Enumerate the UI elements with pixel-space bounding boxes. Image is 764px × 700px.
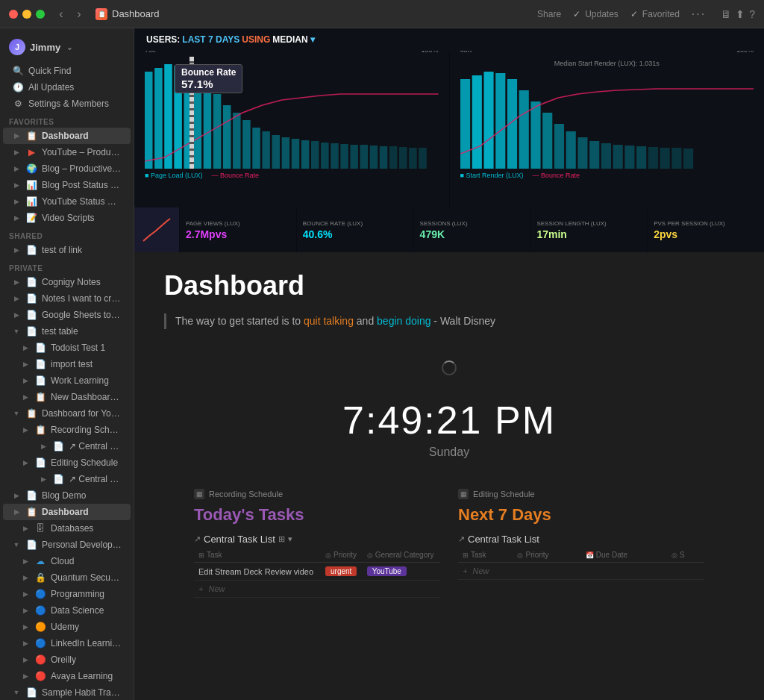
new-task-row[interactable]: + New <box>194 581 440 598</box>
expand-arrow-icon[interactable] <box>12 213 21 222</box>
sidebar-item-todoist[interactable]: 📄 Todoist Test 1 <box>3 340 131 356</box>
expand-arrow-icon[interactable] <box>21 655 30 664</box>
task-list-name[interactable]: ↗ Central Task List ⊞ ▾ <box>194 534 292 545</box>
favorited-button[interactable]: Favorited <box>630 9 680 19</box>
svg-rect-27 <box>409 148 416 169</box>
sidebar-item-import-test[interactable]: 📄 import test <box>3 356 131 372</box>
sidebar-item-dashboard-main[interactable]: 📋 Dashboard <box>3 504 131 520</box>
expand-arrow-icon[interactable] <box>12 507 21 516</box>
expand-arrow-icon[interactable] <box>21 622 30 631</box>
expand-arrow-icon[interactable] <box>39 475 48 484</box>
table-view-icon[interactable]: ⊞ <box>278 534 285 544</box>
expand-arrow-icon[interactable] <box>12 540 21 549</box>
expand-arrow-icon[interactable] <box>21 573 30 582</box>
chart-dropdown-button[interactable]: ▾ <box>310 34 315 45</box>
expand-arrow-icon[interactable] <box>12 278 21 287</box>
expand-arrow-icon[interactable] <box>21 590 30 599</box>
expand-arrow-icon[interactable] <box>21 557 30 566</box>
user-menu[interactable]: J Jimmy ⌄ <box>0 34 134 60</box>
expand-arrow-icon[interactable] <box>12 409 21 418</box>
sidebar-item-central-task-2[interactable]: 📄 ↗ Central Task List <box>3 471 131 487</box>
sidebar-item-blog-post-status[interactable]: 📊 Blog Post Status Board <box>3 177 131 193</box>
next7-list-name[interactable]: ↗ Central Task List <box>458 534 539 545</box>
expand-arrow-icon[interactable] <box>21 343 30 352</box>
expand-arrow-icon[interactable] <box>21 606 30 615</box>
expand-arrow-icon[interactable] <box>21 672 30 681</box>
sidebar-item-recording-schedule[interactable]: 📋 Recording Schedule <box>3 422 131 438</box>
sidebar-item-new-dashboard[interactable]: 📋 New Dashboard Page <box>3 389 131 405</box>
more-options-button[interactable]: ··· <box>692 7 706 21</box>
expand-arrow-icon[interactable] <box>12 246 21 254</box>
updates-button[interactable]: Updates <box>573 9 619 19</box>
recording-icon: 📋 <box>34 424 46 436</box>
sidebar-item-quick-find[interactable]: 🔍 Quick Find <box>3 63 131 79</box>
sidebar-item-blog-productive[interactable]: 🌍 Blog – Productive En... <box>3 160 131 177</box>
import-icon: 📄 <box>34 358 46 370</box>
sidebar-item-google-sheets[interactable]: 📄 Google Sheets to Not... <box>3 307 131 323</box>
expand-arrow-icon[interactable] <box>21 458 30 467</box>
sidebar-item-youtube-status[interactable]: 📊 YouTube Status Board <box>3 193 131 210</box>
sidebar-item-dashboard-youtube[interactable]: 📋 Dashboard for YouTu... <box>3 405 131 422</box>
sidebar-item-test-link[interactable]: 📄 test of link <box>3 242 131 258</box>
sidebar-item-test-table[interactable]: 📄 test table <box>3 323 131 340</box>
sidebar-item-linkedin[interactable]: 🔵 LinkedIn Learning <box>3 635 131 651</box>
dropdown-icon[interactable]: ▾ <box>288 534 292 544</box>
expand-arrow-icon[interactable] <box>21 376 30 385</box>
expand-arrow-icon[interactable] <box>21 425 30 434</box>
expand-arrow-icon[interactable] <box>21 360 30 369</box>
sidebar-item-oreilly[interactable]: 🔴 Oreilly <box>3 651 131 668</box>
sidebar-item-notes[interactable]: 📄 Notes I want to creat... <box>3 290 131 307</box>
expand-arrow-icon[interactable] <box>12 688 21 697</box>
svg-rect-46 <box>660 148 669 169</box>
sidebar-item-personal-dev[interactable]: 📄 Personal Development <box>3 537 131 553</box>
stat-pvs-label: PVs Per Session (LUX) <box>654 220 758 227</box>
sidebar-item-all-updates[interactable]: 🕐 All Updates <box>3 79 131 96</box>
expand-arrow-icon[interactable] <box>39 442 48 451</box>
minimize-button[interactable] <box>22 10 31 19</box>
sidebar-item-central-task-1[interactable]: 📄 ↗ Central Task List <box>3 438 131 454</box>
expand-arrow-icon[interactable] <box>12 148 21 157</box>
new-task-row-2[interactable]: + New <box>458 563 704 580</box>
svg-rect-6 <box>204 83 211 169</box>
sidebar-item-dashboard-fav[interactable]: 📋 Dashboard <box>3 128 131 144</box>
sidebar-item-cloud[interactable]: ☁ Cloud <box>3 553 131 569</box>
expand-arrow-icon[interactable] <box>12 164 21 173</box>
col-due-date: 📅Due Date <box>581 548 667 563</box>
help-icon[interactable]: ? <box>749 8 755 20</box>
share-icon[interactable]: ⬆ <box>736 8 745 20</box>
expand-arrow-icon[interactable] <box>12 197 21 206</box>
expand-arrow-icon[interactable] <box>12 491 21 500</box>
maximize-button[interactable] <box>36 10 45 19</box>
expand-arrow-icon[interactable] <box>12 310 21 319</box>
expand-arrow-icon[interactable] <box>21 639 30 648</box>
main-content: Page Load vs Bounce Rate Q OPTIONS 75k10… <box>134 28 764 700</box>
sidebar-item-habit-tracker[interactable]: 📄 Sample Habit Tracker <box>3 684 131 700</box>
expand-arrow-icon[interactable] <box>12 181 21 190</box>
sidebar-item-avaya[interactable]: 🔴 Avaya Learning <box>3 668 131 684</box>
sidebar-item-settings[interactable]: ⚙ Settings & Members <box>3 96 131 112</box>
sidebar-item-programming[interactable]: 🔵 Programming <box>3 586 131 602</box>
forward-button[interactable]: › <box>72 7 87 22</box>
expand-arrow-icon[interactable] <box>12 327 21 336</box>
expand-arrow-icon[interactable] <box>21 393 30 401</box>
sidebar-item-work-learning[interactable]: 📄 Work Learning <box>3 372 131 389</box>
svg-rect-44 <box>636 146 646 169</box>
sidebar-item-video-scripts[interactable]: 📝 Video Scripts <box>3 210 131 226</box>
close-button[interactable] <box>9 10 18 19</box>
share-button[interactable]: Share <box>537 9 561 19</box>
sidebar-item-blog-demo[interactable]: 📄 Blog Demo <box>3 487 131 504</box>
sidebar-item-data-science[interactable]: 🔵 Data Science <box>3 602 131 619</box>
sidebar-item-udemy[interactable]: 🟠 Udemy <box>3 619 131 635</box>
table-row[interactable]: Edit Stream Deck Review video urgent You… <box>194 563 440 581</box>
sidebar-item-databases[interactable]: 🗄 Databases <box>3 520 131 537</box>
sidebar-item-cognigy[interactable]: 📄 Cognigy Notes <box>3 274 131 290</box>
sidebar-item-youtube-productive[interactable]: ▶ YouTube – Productive... <box>3 144 131 160</box>
expand-arrow-icon[interactable] <box>12 131 21 140</box>
back-button[interactable]: ‹ <box>54 7 69 22</box>
expand-arrow-icon[interactable] <box>12 294 21 303</box>
learning-icon: 📄 <box>34 375 46 387</box>
sidebar-item-editing-schedule[interactable]: 📄 Editing Schedule <box>3 454 131 471</box>
thumbnail-chart-icon <box>142 215 172 245</box>
sidebar-item-quantum[interactable]: 🔒 Quantum Security <box>3 569 131 586</box>
expand-arrow-icon[interactable] <box>21 524 30 533</box>
